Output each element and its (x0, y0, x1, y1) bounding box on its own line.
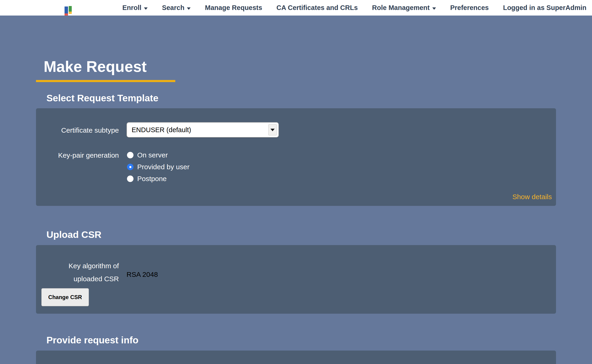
top-navbar: Enroll Search Manage Requests CA Certifi… (0, 0, 592, 16)
radio-label-provided-by-user: Provided by user (137, 163, 189, 171)
nav-item-logged-in-as[interactable]: Logged in as SuperAdmin (503, 4, 586, 12)
nav-search-label: Search (162, 4, 185, 12)
radio-option-on-server[interactable]: On server (127, 152, 168, 159)
radio-button-on-server[interactable] (127, 152, 134, 158)
section-heading-provide-request-info: Provide request info (47, 335, 138, 346)
certificate-subtype-select[interactable]: ENDUSER (default) (127, 122, 279, 137)
section-heading-select-request-template: Select Request Template (47, 92, 158, 104)
key-algorithm-value: RSA 2048 (127, 271, 158, 279)
section-heading-upload-csr: Upload CSR (47, 229, 101, 240)
ejbca-logo[interactable] (65, 6, 72, 16)
main-nav: Enroll Search Manage Requests CA Certifi… (122, 0, 586, 16)
change-csr-button[interactable]: Change CSR (41, 288, 89, 306)
nav-logged-in-label: Logged in as SuperAdmin (503, 4, 586, 12)
provide-request-info-panel (36, 351, 556, 364)
radio-option-provided-by-user[interactable]: Provided by user (127, 163, 189, 170)
radio-option-postpone[interactable]: Postpone (127, 175, 167, 182)
radio-button-postpone[interactable] (127, 176, 134, 182)
certificate-subtype-label: Certificate subtype (36, 126, 119, 134)
logo-bar-green-icon (69, 6, 72, 14)
nav-item-manage-requests[interactable]: Manage Requests (205, 4, 262, 12)
page-title: Make Request (44, 58, 147, 75)
certificate-subtype-selected-value: ENDUSER (default) (132, 123, 191, 137)
chevron-down-icon (432, 7, 436, 10)
nav-item-role-management[interactable]: Role Management (372, 4, 436, 12)
upload-csr-panel: Key algorithm of uploaded CSR RSA 2048 C… (36, 245, 556, 314)
key-algorithm-label: Key algorithm of uploaded CSR (36, 260, 119, 286)
nav-manage-requests-label: Manage Requests (205, 4, 262, 12)
nav-item-enroll[interactable]: Enroll (122, 4, 148, 12)
radio-label-postpone: Postpone (137, 175, 167, 183)
nav-role-management-label: Role Management (372, 4, 430, 12)
key-algorithm-label-line2: uploaded CSR (36, 273, 119, 286)
title-accent-rule (36, 80, 175, 82)
keypair-generation-label: Key-pair generation (36, 151, 119, 159)
nav-preferences-label: Preferences (450, 4, 489, 12)
radio-label-on-server: On server (137, 151, 168, 159)
logo-bar-blue-icon (65, 6, 68, 16)
show-details-link[interactable]: Show details (512, 193, 552, 201)
key-algorithm-label-line1: Key algorithm of (36, 260, 119, 273)
dropdown-arrow-icon[interactable] (268, 124, 277, 135)
radio-button-provided-by-user[interactable] (127, 164, 134, 170)
select-request-template-panel: Certificate subtype ENDUSER (default) Ke… (36, 108, 556, 206)
nav-ca-certificates-label: CA Certificates and CRLs (276, 4, 358, 12)
chevron-down-icon (144, 7, 148, 10)
chevron-down-icon (187, 7, 191, 10)
nav-item-preferences[interactable]: Preferences (450, 4, 489, 12)
nav-enroll-label: Enroll (122, 4, 141, 12)
nav-item-ca-certificates-and-crls[interactable]: CA Certificates and CRLs (276, 4, 358, 12)
make-request-page: Enroll Search Manage Requests CA Certifi… (0, 0, 592, 364)
nav-item-search[interactable]: Search (162, 4, 191, 12)
